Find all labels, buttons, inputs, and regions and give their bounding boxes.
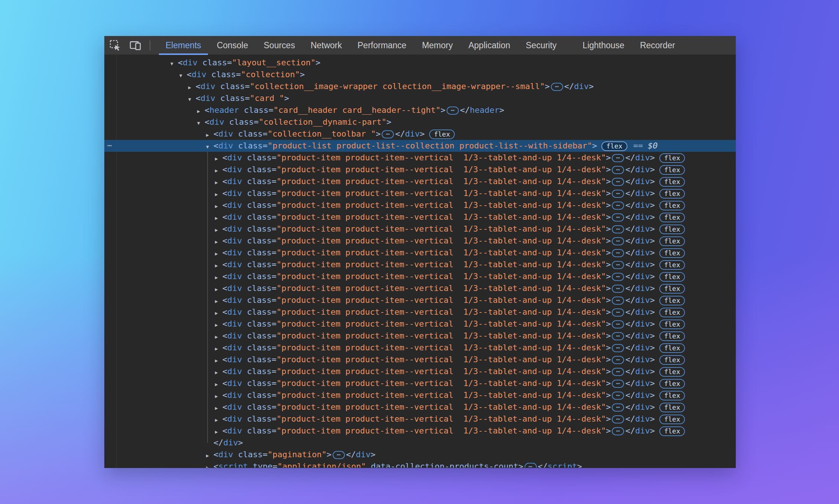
disclosure-collapsed-icon[interactable]: ▶: [215, 248, 222, 260]
tree-row[interactable]: ▶<div class="product-item product-item--…: [104, 199, 736, 211]
tree-row[interactable]: ▼<div class="layout__section">: [104, 57, 736, 69]
tree-row[interactable]: ▼<div class="collection">: [104, 69, 736, 81]
flex-badge[interactable]: flex: [659, 308, 685, 317]
disclosure-expanded-icon[interactable]: ▼: [188, 94, 196, 105]
disclosure-collapsed-icon[interactable]: ▶: [206, 129, 213, 141]
disclosure-collapsed-icon[interactable]: ▶: [197, 105, 205, 117]
disclosure-collapsed-icon[interactable]: ▶: [215, 200, 222, 212]
disclosure-collapsed-icon[interactable]: ▶: [215, 319, 222, 331]
disclosure-collapsed-icon[interactable]: ▶: [215, 295, 222, 307]
flex-badge[interactable]: flex: [659, 296, 685, 305]
tree-row[interactable]: ▶<div class="pagination">⋯</div>: [104, 449, 736, 461]
inline-expand-button[interactable]: ⋯: [551, 83, 563, 91]
disclosure-expanded-icon[interactable]: ▼: [206, 141, 213, 153]
inline-expand-button[interactable]: ⋯: [612, 178, 624, 186]
flex-badge[interactable]: flex: [659, 189, 685, 199]
flex-badge[interactable]: flex: [659, 391, 685, 400]
tree-row[interactable]: ▶<div class="product-item product-item--…: [104, 366, 736, 377]
disclosure-collapsed-icon[interactable]: ▶: [206, 450, 213, 462]
inline-expand-button[interactable]: ⋯: [612, 415, 624, 423]
inline-expand-button[interactable]: ⋯: [612, 427, 624, 435]
tree-row[interactable]: ▶<div class="product-item product-item--…: [104, 271, 736, 282]
inline-expand-button[interactable]: ⋯: [447, 107, 459, 115]
inline-expand-button[interactable]: ⋯: [612, 261, 624, 269]
inline-expand-button[interactable]: ⋯: [612, 154, 624, 162]
flex-badge[interactable]: flex: [659, 153, 685, 163]
inline-expand-button[interactable]: ⋯: [333, 451, 345, 459]
tree-row[interactable]: ▶<div class="product-item product-item--…: [104, 223, 736, 235]
disclosure-collapsed-icon[interactable]: ▶: [215, 236, 222, 248]
flex-badge[interactable]: flex: [659, 213, 685, 222]
tree-row[interactable]: ▶<div class="product-item product-item--…: [104, 152, 736, 164]
inline-expand-button[interactable]: ⋯: [612, 249, 624, 257]
tree-row[interactable]: ▶<div class="product-item product-item--…: [104, 389, 736, 401]
tree-row[interactable]: ▶<div class="product-item product-item--…: [104, 235, 736, 247]
flex-badge[interactable]: flex: [659, 201, 685, 210]
tree-row[interactable]: ▶<div class="product-item product-item--…: [104, 282, 736, 294]
tab-performance[interactable]: Performance: [350, 36, 414, 55]
disclosure-collapsed-icon[interactable]: ▶: [215, 272, 222, 284]
flex-badge[interactable]: flex: [659, 225, 685, 234]
inline-expand-button[interactable]: ⋯: [612, 213, 624, 222]
inline-expand-button[interactable]: ⋯: [612, 344, 624, 352]
inspect-element-icon[interactable]: [109, 39, 121, 52]
disclosure-collapsed-icon[interactable]: ▶: [215, 402, 222, 414]
disclosure-collapsed-icon[interactable]: ▶: [215, 379, 222, 390]
tree-row[interactable]: ▼<div class="card ">: [104, 92, 736, 104]
tree-row[interactable]: ▶<div class="product-item product-item--…: [104, 187, 736, 199]
flex-badge[interactable]: flex: [659, 403, 685, 412]
flex-badge[interactable]: flex: [659, 415, 685, 424]
tab-lighthouse[interactable]: Lighthouse: [575, 36, 632, 55]
tree-row[interactable]: ▼<div class="collection__dynamic-part">: [104, 116, 736, 128]
tree-row-selected[interactable]: ⋯▼<div class="product-list product-list-…: [104, 140, 736, 152]
tab-recorder[interactable]: Recorder: [632, 36, 683, 55]
inline-expand-button[interactable]: ⋯: [612, 285, 624, 293]
disclosure-collapsed-icon[interactable]: ▶: [215, 212, 222, 224]
inline-expand-button[interactable]: ⋯: [612, 320, 624, 328]
disclosure-collapsed-icon[interactable]: ▶: [215, 260, 222, 272]
inline-expand-button[interactable]: ⋯: [612, 237, 624, 245]
flex-badge[interactable]: flex: [659, 165, 685, 175]
disclosure-collapsed-icon[interactable]: ▶: [215, 307, 222, 319]
tree-row[interactable]: ▶<div class="product-item product-item--…: [104, 377, 736, 389]
tree-row[interactable]: ▶<div class="product-item product-item--…: [104, 330, 736, 342]
disclosure-collapsed-icon[interactable]: ▶: [215, 165, 222, 177]
tree-row[interactable]: ▶<div class="collection__image-wrapper c…: [104, 81, 736, 92]
flex-badge[interactable]: flex: [659, 260, 685, 270]
tree-row[interactable]: ▶<div class="collection__toolbar ">⋯</di…: [104, 128, 736, 140]
disclosure-collapsed-icon[interactable]: ▶: [215, 390, 222, 402]
tree-row[interactable]: ▶<div class="product-item product-item--…: [104, 176, 736, 187]
inline-expand-button[interactable]: ⋯: [612, 380, 624, 388]
inline-expand-button[interactable]: ⋯: [612, 392, 624, 400]
flex-badge[interactable]: flex: [659, 177, 685, 187]
tree-row[interactable]: </div>: [104, 437, 736, 449]
disclosure-collapsed-icon[interactable]: ▶: [215, 224, 222, 236]
device-toolbar-icon[interactable]: [129, 39, 141, 52]
inline-expand-button[interactable]: ⋯: [612, 273, 624, 281]
inline-expand-button[interactable]: ⋯: [612, 225, 624, 233]
flex-badge[interactable]: flex: [659, 355, 685, 365]
flex-badge[interactable]: flex: [429, 130, 455, 139]
disclosure-collapsed-icon[interactable]: ▶: [215, 355, 222, 367]
flex-badge[interactable]: flex: [659, 284, 685, 294]
tree-row[interactable]: ▶<div class="product-item product-item--…: [104, 342, 736, 354]
inline-expand-button[interactable]: ⋯: [612, 368, 624, 376]
flex-badge[interactable]: flex: [659, 331, 685, 341]
inline-expand-button[interactable]: ⋯: [612, 297, 624, 305]
tree-row[interactable]: ▶<div class="product-item product-item--…: [104, 318, 736, 330]
inline-expand-button[interactable]: ⋯: [612, 202, 624, 210]
flex-badge[interactable]: flex: [659, 343, 685, 353]
flex-badge[interactable]: flex: [659, 248, 685, 258]
tab-console[interactable]: Console: [209, 36, 256, 55]
disclosure-expanded-icon[interactable]: ▼: [170, 58, 178, 70]
flex-badge[interactable]: flex: [659, 379, 685, 389]
tree-row[interactable]: ▶<div class="product-item product-item--…: [104, 425, 736, 437]
tree-row[interactable]: ▶<div class="product-item product-item--…: [104, 294, 736, 306]
disclosure-collapsed-icon[interactable]: ▶: [215, 189, 222, 200]
disclosure-collapsed-icon[interactable]: ▶: [206, 462, 213, 468]
tree-row[interactable]: ▶<div class="product-item product-item--…: [104, 413, 736, 425]
tree-row[interactable]: ▶<div class="product-item product-item--…: [104, 306, 736, 318]
inline-expand-button[interactable]: ⋯: [612, 308, 624, 317]
inline-expand-button[interactable]: ⋯: [612, 356, 624, 364]
inline-expand-button[interactable]: ⋯: [612, 403, 624, 412]
